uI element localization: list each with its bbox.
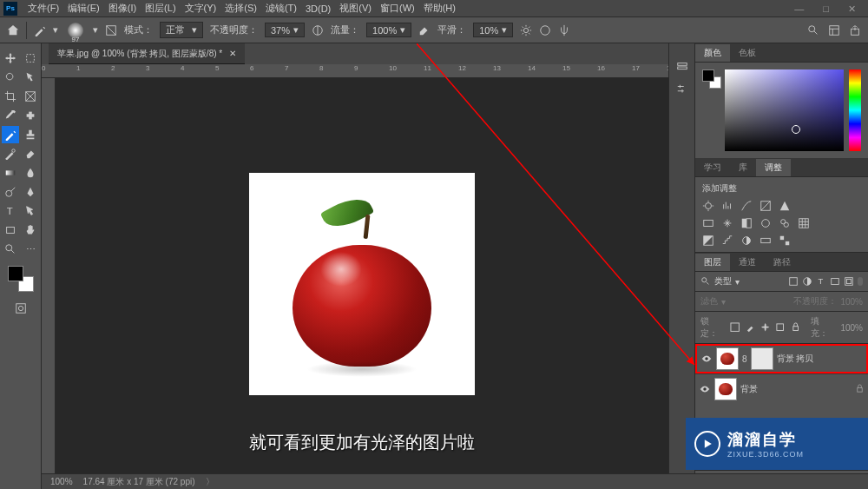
eyedropper-tool[interactable] [2,107,19,124]
lock-all-icon[interactable] [791,322,800,332]
document-tab[interactable]: 苹果.jpg @ 100% (背景 拷贝, 图层蒙版/8) * ✕ [49,43,245,64]
filter-kind[interactable]: 类型 [714,275,732,287]
layer-row-bg[interactable]: 背景 [695,373,868,403]
layer-thumbnail[interactable] [714,378,737,400]
quick-mask[interactable] [12,300,30,317]
menu-help[interactable]: 帮助(H) [420,0,459,17]
path-select-tool[interactable] [22,202,39,220]
gear-icon[interactable] [520,24,532,36]
eraser-tool[interactable] [22,145,39,162]
hue-slider[interactable] [849,69,861,151]
filter-search-icon[interactable] [700,276,711,287]
layer-opacity-value[interactable]: 100% [840,297,863,307]
menu-view[interactable]: 视图(V) [336,0,375,17]
layers-tab[interactable]: 图层 [695,254,730,271]
lookup-icon[interactable] [798,217,810,229]
brush-tool[interactable] [2,126,19,143]
adjustments-tab[interactable]: 调整 [756,159,791,176]
gradient-map-icon[interactable] [760,235,772,247]
mask-thumbnail[interactable] [751,347,773,370]
history-brush-tool[interactable] [2,145,19,162]
color-field[interactable] [725,69,844,151]
channels-tab[interactable]: 通道 [730,254,765,271]
lock-position-icon[interactable] [760,322,770,332]
rectangle-tool[interactable] [2,221,19,239]
edit-toolbar[interactable]: ⋯ [22,241,39,258]
blur-tool[interactable] [22,164,39,182]
menu-window[interactable]: 窗口(W) [377,0,418,17]
lock-nest-icon[interactable] [775,322,785,332]
properties-panel-icon[interactable] [676,83,688,96]
filter-shape-icon[interactable] [830,276,840,287]
smooth-input[interactable]: 10%▾ [473,23,513,37]
workspace-icon[interactable] [828,24,840,36]
close-tab-icon[interactable]: ✕ [229,49,236,58]
menu-file[interactable]: 文件(F) [24,0,62,17]
layer-thumbnail[interactable] [716,347,739,370]
pen-tool[interactable] [22,183,39,201]
share-icon[interactable] [849,24,861,36]
filter-toggle[interactable] [858,277,863,286]
menu-select[interactable]: 选择(S) [221,0,260,17]
doc-info[interactable]: 17.64 厘米 x 17 厘米 (72 ppi) [83,476,195,488]
maximize-icon[interactable]: □ [819,2,832,17]
zoom-status[interactable]: 100% [50,477,73,486]
layer-name[interactable]: 背景 拷贝 [777,353,814,365]
lock-transparent-icon[interactable] [730,322,740,332]
healing-tool[interactable] [22,107,39,124]
learn-tab[interactable]: 学习 [695,159,730,176]
vibrance-icon[interactable] [779,200,791,212]
zoom-tool[interactable] [2,241,19,258]
color-tab[interactable]: 颜色 [695,44,730,62]
hue-icon[interactable] [702,217,714,229]
flow-input[interactable]: 100%▾ [366,23,411,37]
selective-color-icon[interactable] [779,235,791,247]
type-tool[interactable]: T [2,202,19,220]
filter-adjust-icon[interactable] [802,276,812,287]
close-icon[interactable]: ✕ [845,2,859,17]
photo-filter-icon[interactable] [760,217,772,229]
symmetry-icon[interactable] [558,24,570,36]
pressure-size-icon[interactable] [539,24,551,36]
gradient-tool[interactable] [2,164,19,182]
invert-icon[interactable] [702,235,714,247]
menu-image[interactable]: 图像(I) [105,0,140,17]
opacity-input[interactable]: 37%▾ [265,23,305,37]
brightness-icon[interactable] [702,200,714,212]
crop-tool[interactable] [2,88,19,105]
home-icon[interactable] [7,24,19,36]
brush-preview[interactable]: 97 [65,20,86,41]
brush-tool-icon[interactable] [34,24,46,36]
dodge-tool[interactable] [2,183,19,201]
fill-value[interactable]: 100% [840,323,863,333]
pressure-opacity-icon[interactable] [312,24,324,36]
layer-name[interactable]: 背景 [740,383,758,395]
exposure-icon[interactable] [760,200,772,212]
levels-icon[interactable] [721,200,733,212]
minimize-icon[interactable]: — [791,2,807,17]
layer-row-copy[interactable]: 8 背景 拷贝 [695,344,868,373]
color-swatch[interactable] [8,266,34,292]
lasso-tool[interactable] [2,69,19,86]
move-tool[interactable] [2,50,19,67]
menu-layer[interactable]: 图层(L) [141,0,179,17]
panel-fg-color[interactable] [702,69,714,82]
filter-smart-icon[interactable] [844,276,854,287]
lock-image-icon[interactable] [746,322,755,332]
filter-pixel-icon[interactable] [788,276,799,287]
filter-type-icon[interactable]: T [816,276,826,287]
canvas[interactable]: 就可看到更加有光泽的图片啦 [56,78,668,489]
visibility-icon[interactable] [699,383,711,395]
posterize-icon[interactable] [721,235,733,247]
frame-tool[interactable] [22,88,39,105]
threshold-icon[interactable] [740,235,753,247]
balance-icon[interactable] [721,217,733,229]
airbrush-icon[interactable] [418,24,431,36]
blend-mode-value[interactable]: 滤色 [700,295,718,307]
menu-3d[interactable]: 3D(D) [302,2,334,16]
bw-icon[interactable] [740,217,753,229]
foreground-color[interactable] [8,266,23,281]
swatches-tab[interactable]: 色板 [730,44,765,62]
paths-tab[interactable]: 路径 [765,254,799,271]
visibility-icon[interactable] [700,353,713,365]
